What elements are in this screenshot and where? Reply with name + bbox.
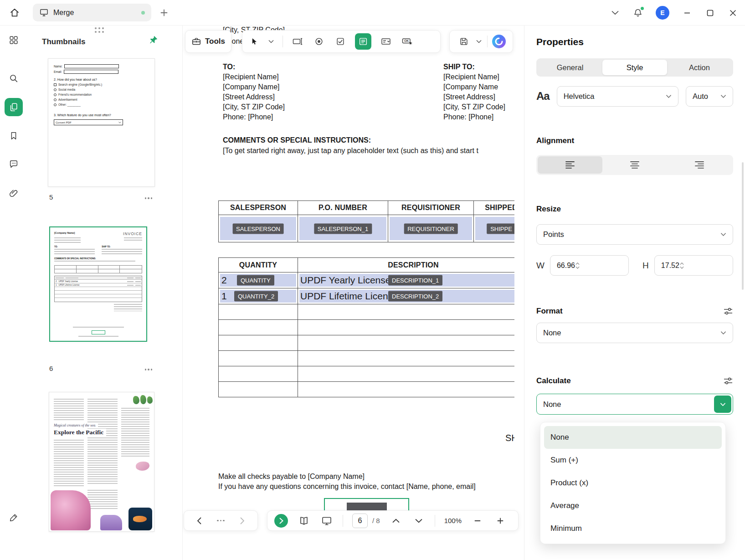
- align-center-button[interactable]: [602, 156, 667, 174]
- maximize-button[interactable]: [705, 8, 715, 18]
- menu-item-minimum[interactable]: Minimum: [544, 517, 722, 540]
- home-icon: [9, 7, 20, 18]
- form-field-cell[interactable]: UPDF Yearly License DESCRIPTION_1: [298, 272, 514, 288]
- field-name-badge: SHIPPE: [487, 223, 514, 234]
- table-empty-cell: [219, 335, 298, 351]
- form-field-cell[interactable]: 2 QUANTITY: [219, 272, 298, 288]
- unit-select[interactable]: Points: [536, 224, 733, 245]
- align-left-button[interactable]: [538, 156, 602, 174]
- tab-general[interactable]: General: [538, 60, 602, 75]
- presentation-button[interactable]: [320, 513, 334, 529]
- signature-button[interactable]: [5, 509, 23, 527]
- notifications-button[interactable]: [633, 8, 643, 18]
- combo-box-tool-button[interactable]: [379, 34, 393, 49]
- page-menu-button[interactable]: [144, 366, 154, 373]
- height-stepper[interactable]: 17.52: [654, 255, 733, 276]
- mini-option: Advertisement: [58, 98, 77, 101]
- zoom-out-button[interactable]: [471, 513, 484, 529]
- page-thumbnail-6-selected[interactable]: [Company Name] INVOICE TO: SHIP TO: COMM…: [49, 226, 147, 342]
- doc-comments-heading: COMMENTS OR SPECIAL INSTRUCTIONS:: [223, 136, 371, 144]
- more-actions-button[interactable]: [214, 513, 228, 529]
- page-number-input[interactable]: 6: [352, 514, 368, 528]
- save-options-chevron[interactable]: [475, 34, 483, 49]
- panel-scrollbar[interactable]: [742, 162, 744, 290]
- zoom-level-label[interactable]: 100%: [444, 517, 462, 524]
- width-stepper[interactable]: 66.96: [550, 255, 629, 276]
- tab-style[interactable]: Style: [602, 60, 667, 75]
- form-field-cell[interactable]: SHIPPE: [474, 215, 514, 242]
- font-size-select[interactable]: Auto: [686, 86, 733, 107]
- collapse-panel-button[interactable]: [274, 514, 288, 528]
- next-page-button[interactable]: [412, 513, 426, 529]
- chevron-down-icon: [720, 331, 726, 335]
- radio-icon: [314, 36, 324, 46]
- format-select[interactable]: None: [536, 323, 733, 343]
- checkbox-tool-button[interactable]: [334, 34, 347, 49]
- avatar[interactable]: E: [656, 6, 669, 20]
- text-field-tool-button[interactable]: [291, 34, 304, 49]
- form-field-cell[interactable]: UPDF Lifetime License DESCRIPTION_2: [298, 288, 514, 304]
- add-tab-button[interactable]: [159, 7, 170, 18]
- stepper-arrows-icon[interactable]: [575, 262, 580, 270]
- bookmark-icon: [9, 131, 19, 141]
- properties-title: Properties: [536, 36, 584, 47]
- align-right-button[interactable]: [667, 156, 732, 174]
- field-name-badge: QUANTITY_2: [234, 291, 278, 302]
- select-tool-button[interactable]: [249, 34, 260, 49]
- minimize-button[interactable]: [682, 8, 692, 18]
- mini-option: Friend's recommendation: [58, 93, 92, 96]
- reading-mode-button[interactable]: [297, 513, 311, 529]
- radio-button-tool-button[interactable]: [312, 34, 326, 49]
- document-area: [City, ST ZIP Code] Phone: [Phone] TO: […: [182, 26, 524, 560]
- ai-icon: [492, 35, 506, 48]
- form-field-cell[interactable]: REQUISITIONER: [388, 215, 474, 242]
- apps-grid-button[interactable]: [5, 31, 23, 49]
- page-thumbnail-5[interactable]: Name: Email: 2. How did you hear about u…: [48, 58, 155, 187]
- doc-footer-line: If you have any questions concerning thi…: [218, 483, 476, 491]
- table-empty-cell: [219, 382, 298, 397]
- font-family-select[interactable]: Helvetica: [557, 86, 678, 107]
- tools-button[interactable]: Tools: [185, 30, 231, 53]
- zoom-in-button[interactable]: [493, 513, 507, 529]
- thumbnails-panel-button[interactable]: [5, 98, 23, 116]
- mini-table-1: [54, 265, 142, 273]
- document-tab[interactable]: Merge: [33, 4, 151, 21]
- calculate-settings-icon[interactable]: [723, 376, 733, 385]
- doc-table-items: QUANTITY DESCRIPTION 2 QUANTITY UPDF Yea…: [218, 257, 514, 397]
- tools-label: Tools: [205, 37, 225, 46]
- push-button-tool-button[interactable]: OK: [401, 34, 414, 49]
- format-settings-icon[interactable]: [723, 307, 733, 316]
- calculate-dropdown-button[interactable]: [714, 396, 731, 413]
- panel-drag-handle[interactable]: [95, 27, 104, 33]
- pin-icon[interactable]: [149, 35, 159, 45]
- tab-action[interactable]: Action: [667, 60, 732, 75]
- list-field-tool-button-active[interactable]: [355, 33, 371, 50]
- back-button[interactable]: [192, 513, 206, 529]
- previous-page-button[interactable]: [389, 513, 403, 529]
- stepper-arrows-icon[interactable]: [679, 262, 684, 270]
- calculate-select[interactable]: None: [536, 394, 733, 415]
- menu-item-product[interactable]: Product (x): [544, 472, 722, 494]
- home-button[interactable]: [6, 4, 23, 21]
- comments-button[interactable]: [5, 155, 23, 173]
- forward-button[interactable]: [236, 513, 249, 529]
- tabs-list-button[interactable]: [610, 8, 620, 18]
- form-field-cell[interactable]: 1 QUANTITY_2: [219, 288, 298, 304]
- chevron-down-icon: [415, 519, 422, 523]
- pdf-page[interactable]: [City, ST ZIP Code] Phone: [Phone] TO: […: [183, 26, 514, 560]
- ai-assistant-button[interactable]: [492, 34, 506, 49]
- close-button[interactable]: [728, 8, 738, 18]
- menu-item-average[interactable]: Average: [544, 494, 722, 517]
- menu-item-sum[interactable]: Sum (+): [544, 449, 722, 472]
- search-button[interactable]: [5, 69, 23, 87]
- page-thumbnail-7[interactable]: Magical creatures of the sea. Explore th…: [49, 392, 154, 532]
- bookmarks-button[interactable]: [5, 127, 23, 145]
- page-menu-button[interactable]: [144, 195, 154, 201]
- attachments-button[interactable]: [5, 184, 23, 202]
- menu-item-none[interactable]: None: [544, 426, 722, 449]
- calculate-label: Calculate: [536, 376, 571, 385]
- form-field-cell[interactable]: SALESPERSON_1: [298, 215, 388, 242]
- save-button[interactable]: [457, 34, 471, 49]
- form-field-cell[interactable]: SALESPERSON: [219, 215, 298, 242]
- select-tool-chevron[interactable]: [267, 34, 275, 49]
